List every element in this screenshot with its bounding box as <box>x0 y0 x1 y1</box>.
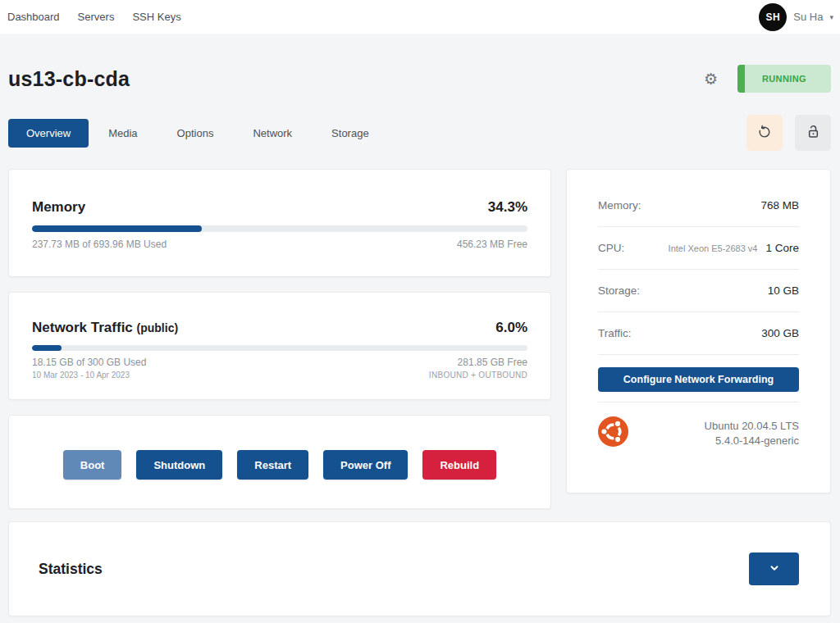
server-specs-card: Memory: 768 MB CPU: Intel Xeon E5-2683 v… <box>566 169 831 493</box>
user-name: Su Ha <box>793 11 823 23</box>
top-navigation-bar: Dashboard Servers SSH Keys SH Su Ha ▾ <box>0 0 840 34</box>
network-free-text: 281.85 GB Free <box>458 357 527 368</box>
memory-percent: 34.3% <box>488 199 527 216</box>
ubuntu-logo-icon <box>598 416 628 450</box>
network-card-title: Network Traffic (public) <box>32 320 178 336</box>
network-period-text: 10 Mar 2023 - 10 Apr 2023 <box>32 371 130 380</box>
unlock-button[interactable] <box>795 115 831 151</box>
configure-network-forwarding-button[interactable]: Configure Network Forwarding <box>598 367 799 392</box>
memory-card-title: Memory <box>32 199 85 216</box>
chevron-down-icon <box>769 562 780 576</box>
nav-link-servers[interactable]: Servers <box>78 11 115 23</box>
spec-row-traffic: Traffic: 300 GB <box>598 312 799 355</box>
os-info-row: Ubuntu 20.04.5 LTS 5.4.0-144-generic <box>598 416 799 450</box>
spec-traffic-value: 300 GB <box>761 327 799 339</box>
network-progress-bar <box>32 345 527 351</box>
memory-progress-bar <box>32 225 527 232</box>
status-badge: RUNNING <box>737 65 831 93</box>
tab-options[interactable]: Options <box>158 119 234 148</box>
spec-cpu-label: CPU: <box>598 242 624 254</box>
spec-cpu-model: Intel Xeon E5-2683 v4 <box>669 243 758 253</box>
caret-down-icon: ▾ <box>829 13 833 21</box>
power-actions-card: Boot Shutdown Restart Power Off Rebuild <box>8 415 551 509</box>
memory-progress-fill <box>32 225 202 232</box>
network-percent: 6.0% <box>495 320 527 336</box>
nav-link-dashboard[interactable]: Dashboard <box>7 11 60 23</box>
gear-icon[interactable]: ⚙ <box>704 71 718 87</box>
network-scope-text: INBOUND + OUTBOUND <box>429 371 527 380</box>
restart-button[interactable]: Restart <box>237 450 308 480</box>
tab-overview[interactable]: Overview <box>8 119 89 148</box>
user-menu[interactable]: SH Su Ha ▾ <box>759 3 833 31</box>
spec-row-memory: Memory: 768 MB <box>598 199 799 227</box>
spec-storage-label: Storage: <box>598 284 640 297</box>
spec-storage-value: 10 GB <box>768 284 799 297</box>
spec-memory-label: Memory: <box>598 199 641 211</box>
statistics-card: Statistics <box>8 521 831 616</box>
header-icon-buttons <box>746 115 831 151</box>
tab-media[interactable]: Media <box>89 119 157 148</box>
network-progress-fill <box>32 345 62 351</box>
network-traffic-card: Network Traffic (public) 6.0% 18.15 GB o… <box>8 292 551 400</box>
rebuild-button[interactable]: Rebuild <box>422 450 496 480</box>
spec-traffic-label: Traffic: <box>598 327 632 339</box>
tabs-row: Overview Media Options Network Storage <box>8 115 831 151</box>
statistics-title: Statistics <box>39 561 103 578</box>
os-name: Ubuntu 20.04.5 LTS <box>705 419 799 434</box>
divider <box>598 402 799 402</box>
power-off-button[interactable]: Power Off <box>323 450 408 480</box>
status-badge-label: RUNNING <box>762 74 806 84</box>
shutdown-button[interactable]: Shutdown <box>136 450 222 480</box>
spec-memory-value: 768 MB <box>760 199 799 211</box>
spec-row-storage: Storage: 10 GB <box>598 270 799 312</box>
statistics-expand-button[interactable] <box>749 553 799 585</box>
page-title: us13-cb-cda <box>8 67 704 91</box>
restore-snapshot-button[interactable] <box>746 115 783 151</box>
status-badge-bar <box>737 65 745 93</box>
avatar[interactable]: SH <box>759 3 787 31</box>
unlock-icon <box>805 123 822 143</box>
history-restore-icon <box>756 124 773 143</box>
nav-link-ssh-keys[interactable]: SSH Keys <box>132 11 180 23</box>
server-header: us13-cb-cda ⚙ RUNNING <box>8 65 831 93</box>
top-nav-links: Dashboard Servers SSH Keys <box>7 11 181 23</box>
boot-button[interactable]: Boot <box>63 450 122 480</box>
tab-storage[interactable]: Storage <box>312 119 389 148</box>
memory-free-text: 456.23 MB Free <box>457 239 527 250</box>
memory-used-text: 237.73 MB of 693.96 MB Used <box>32 239 167 250</box>
tab-network[interactable]: Network <box>233 119 312 148</box>
network-title-qualifier: (public) <box>137 321 179 334</box>
spec-cpu-value: 1 Core <box>765 242 799 254</box>
memory-usage-card: Memory 34.3% 237.73 MB of 693.96 MB Used… <box>8 169 551 277</box>
os-kernel: 5.4.0-144-generic <box>705 434 799 448</box>
network-title-text: Network Traffic <box>32 320 133 335</box>
spec-row-cpu: CPU: Intel Xeon E5-2683 v4 1 Core <box>598 227 799 270</box>
network-used-text: 18.15 GB of 300 GB Used <box>32 357 146 368</box>
